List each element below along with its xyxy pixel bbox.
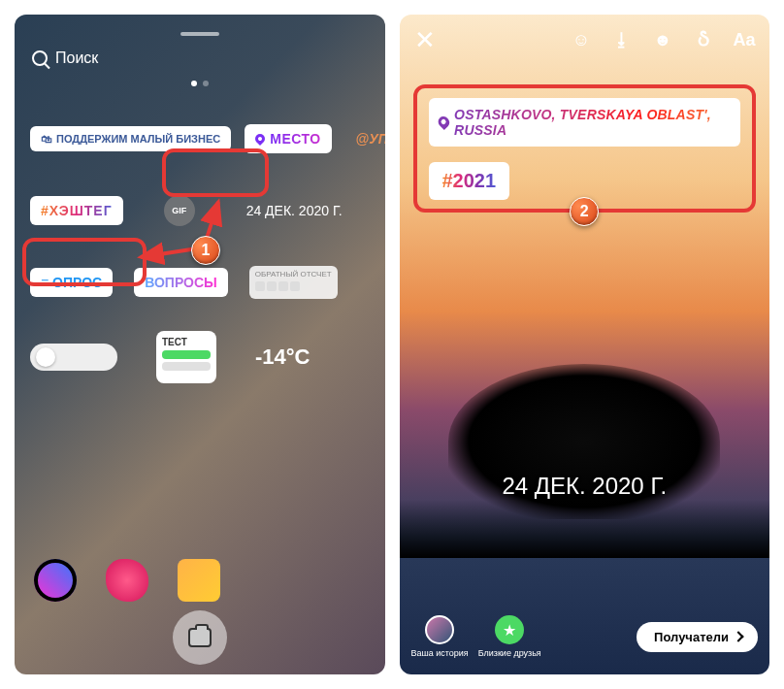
page-dot-1[interactable] bbox=[191, 81, 197, 86]
recipients-button[interactable]: Получатели bbox=[637, 622, 758, 652]
sticker-poll[interactable]: ≡ ОПРОС bbox=[30, 268, 113, 297]
chevron-right-icon bbox=[733, 631, 743, 641]
editor-toolbar: ✕ ☺ ⭳ ☻ Ⴢ Aa bbox=[400, 15, 770, 65]
location-pin-icon bbox=[253, 132, 267, 146]
search-bar[interactable]: Поиск bbox=[15, 44, 385, 81]
slider-thumb[interactable] bbox=[36, 347, 55, 367]
search-placeholder: Поиск bbox=[55, 49, 98, 67]
sticker-label: ТЕСТ bbox=[162, 337, 211, 347]
sticker-label: ОБРАТНЫЙ ОТСЧЕТ bbox=[255, 270, 332, 279]
sticker-tray-panel: Поиск 🛍 ПОДДЕРЖИМ МАЛЫЙ БИЗНЕС МЕСТО @УП… bbox=[15, 15, 385, 674]
animated-sticker-2[interactable] bbox=[106, 559, 148, 602]
sticker-label: ≡ ОПРОС bbox=[41, 275, 102, 290]
story-editor: ✕ ☺ ⭳ ☻ Ⴢ Aa OSTASHKOVO, TVERSKAYA OBLAS… bbox=[400, 15, 770, 674]
hashtag-label: #2021 bbox=[442, 170, 497, 191]
your-story-label: Ваша история bbox=[411, 648, 469, 658]
avatar-icon bbox=[425, 615, 454, 644]
text-tool-label: Aa bbox=[733, 30, 755, 50]
recipients-label: Получатели bbox=[654, 630, 729, 644]
camera-button[interactable] bbox=[173, 610, 227, 665]
sticker-label: ВОПРОСЫ bbox=[145, 275, 217, 290]
draw-icon[interactable]: Ⴢ bbox=[692, 28, 715, 51]
sticker-label: -14°C bbox=[255, 344, 310, 369]
your-story-button[interactable]: Ваша история bbox=[411, 615, 469, 658]
sticker-label: GIF bbox=[172, 206, 186, 215]
sticker-hashtag[interactable]: #ХЭШТЕГ bbox=[30, 196, 123, 225]
search-icon bbox=[32, 50, 48, 66]
date-overlay[interactable]: 24 ДЕК. 2020 Г. bbox=[400, 473, 770, 500]
sticker-countdown[interactable]: ОБРАТНЫЙ ОТСЧЕТ bbox=[249, 266, 338, 300]
date-label: 24 ДЕК. 2020 Г. bbox=[502, 473, 667, 499]
animated-sticker-1[interactable] bbox=[34, 559, 77, 602]
sticker-icon[interactable]: ☻ bbox=[651, 28, 674, 51]
sticker-label: #ХЭШТЕГ bbox=[41, 203, 113, 218]
animated-stickers-row bbox=[15, 559, 240, 602]
sticker-slider[interactable] bbox=[30, 344, 117, 371]
sticker-label: 24 ДЕК. 2020 Г. bbox=[246, 203, 343, 218]
drawer-handle[interactable] bbox=[180, 32, 219, 36]
location-label: OSTASHKOVO, TVERSKAYA OBLAST', RUSSIA bbox=[454, 107, 731, 138]
placed-hashtag-sticker[interactable]: #2021 bbox=[429, 162, 510, 200]
sticker-location[interactable]: МЕСТО bbox=[245, 124, 331, 153]
sticker-date[interactable]: 24 ДЕК. 2020 Г. bbox=[236, 196, 353, 225]
sticker-small-business[interactable]: 🛍 ПОДДЕРЖИМ МАЛЫЙ БИЗНЕС bbox=[30, 126, 231, 151]
page-dots bbox=[15, 81, 385, 106]
tutorial-marker-2: 2 bbox=[570, 197, 599, 226]
placed-location-sticker[interactable]: OSTASHKOVO, TVERSKAYA OBLAST', RUSSIA bbox=[429, 98, 741, 147]
download-icon[interactable]: ⭳ bbox=[610, 28, 634, 51]
text-tool-button[interactable]: Aa bbox=[733, 28, 756, 51]
share-bar: Ваша история ★ Близкие друзья Получатели bbox=[400, 599, 770, 674]
close-friends-label: Близкие друзья bbox=[478, 648, 541, 658]
sticker-label: ПОДДЕРЖИМ МАЛЫЙ БИЗНЕС bbox=[56, 133, 220, 145]
animated-sticker-3[interactable] bbox=[178, 559, 220, 602]
page-dot-2[interactable] bbox=[203, 81, 209, 86]
location-pin-icon bbox=[436, 115, 451, 130]
sticker-temperature[interactable]: -14°C bbox=[255, 344, 310, 370]
sticker-label: МЕСТО bbox=[270, 131, 320, 147]
close-button[interactable]: ✕ bbox=[413, 28, 437, 51]
close-friends-button[interactable]: ★ Близкие друзья bbox=[478, 615, 541, 658]
sticker-questions[interactable]: ВОПРОСЫ bbox=[134, 268, 228, 297]
face-filter-icon[interactable]: ☺ bbox=[570, 28, 593, 51]
sticker-grid: 🛍 ПОДДЕРЖИМ МАЛЫЙ БИЗНЕС МЕСТО @УПОМИНАН… bbox=[15, 106, 385, 393]
camera-icon bbox=[188, 628, 212, 647]
bag-icon: 🛍 bbox=[41, 133, 51, 145]
sticker-gif[interactable]: GIF bbox=[164, 195, 195, 226]
star-icon: ★ bbox=[495, 615, 524, 644]
sticker-label: @УПОМИНАНИЕ bbox=[356, 131, 385, 147]
sticker-mention[interactable]: @УПОМИНАНИЕ bbox=[345, 124, 385, 153]
sticker-quiz[interactable]: ТЕСТ bbox=[156, 331, 216, 383]
marker-number: 2 bbox=[580, 203, 589, 220]
